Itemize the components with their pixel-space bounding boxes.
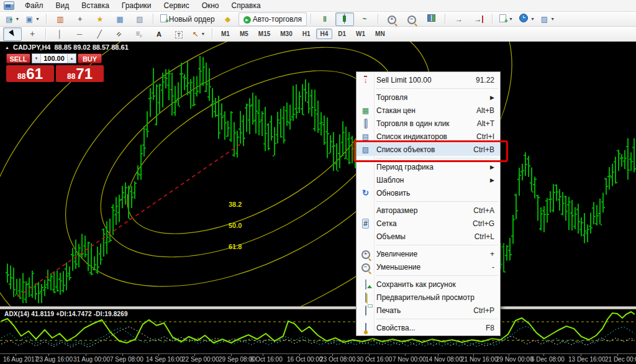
context-menu-item-print-preview[interactable]: Предварительный просмотр [357, 291, 500, 304]
toolbar-chart-candles-button[interactable] [335, 12, 354, 26]
context-menu-item-zoom-in[interactable]: +Увеличение+ [357, 247, 500, 260]
zoom-in-icon: + [388, 14, 396, 24]
toolbar-market-watch-button[interactable]: ▥ [51, 12, 70, 26]
toolbar-periods-button[interactable]: ▼ [517, 12, 537, 26]
menu-window[interactable]: Окно [196, 0, 225, 11]
buy-button[interactable]: BUY [78, 53, 102, 63]
toolbar-vertical-line-button[interactable]: │ [50, 27, 69, 41]
sell-button[interactable]: SELL [6, 53, 30, 63]
timeframe-m15-button[interactable]: M15 [254, 29, 275, 39]
toolbar-cursor-button[interactable] [3, 27, 22, 41]
collapse-arrow-icon[interactable]: ▲ [5, 45, 9, 50]
indicators-icon: + [499, 14, 506, 24]
context-menu-shortcut: Alt+T [477, 119, 494, 128]
time-axis-label: 21 Dec 00:00 [605, 356, 636, 363]
bid-quote[interactable]: 88 61 [6, 65, 54, 82]
volume-up-button[interactable]: ▲ [67, 54, 76, 63]
toolbar-horizontal-line-button[interactable]: ─ [70, 27, 89, 41]
print-preview-icon [365, 293, 366, 302]
menu-help[interactable]: Справка [225, 0, 267, 11]
toolbar-equidistant-channel-button[interactable]: = [110, 27, 129, 41]
toolbar-text-label-button[interactable]: T [170, 27, 188, 41]
vertical-line-icon: │ [57, 30, 62, 39]
toolbar-text-button[interactable]: A [150, 27, 168, 41]
timeframe-m1-button[interactable]: M1 [217, 29, 234, 39]
context-menu-item-volumes[interactable]: ОбъемыCtrl+L [357, 230, 500, 243]
chart-bars-icon: ‖ [323, 15, 327, 24]
toolbar-new-chart-button[interactable]: ▤+▼ [3, 12, 22, 26]
context-menu-item-refresh[interactable]: ↻Обновить [357, 186, 500, 199]
context-menu-label: Торговля [376, 93, 483, 102]
timeframe-d1-button[interactable]: D1 [334, 29, 350, 39]
context-menu-item-save-as-picture[interactable]: Сохранить как рисунок [357, 278, 500, 291]
toolbar-zoom-in-button[interactable]: + [383, 12, 401, 26]
toolbar-arrows-button[interactable]: ↖▼ [189, 27, 208, 41]
context-menu-item-autosize[interactable]: АвторазмерCtrl+A [357, 204, 500, 217]
toolbar-chart-bars-button[interactable]: ‖ [316, 12, 334, 26]
chart-title: ▲ CADJPY,H4 88.85 89.02 88.57 88.61 [5, 43, 129, 51]
context-menu-item-trade[interactable]: Торговля▶ [357, 91, 500, 104]
toolbar-zoom-out-button[interactable]: − [402, 12, 421, 26]
time-axis[interactable]: 16 Aug 201723 Aug 16:0031 Aug 00:007 Sep… [0, 353, 636, 364]
context-menu-separator [376, 158, 498, 158]
toolbar-data-window-button[interactable]: + [71, 12, 89, 26]
toolbar-indicators-button[interactable]: +▼ [497, 12, 516, 26]
toolbar-templates-button[interactable]: ▨▼ [538, 12, 557, 26]
toolbar-chart-line-button[interactable]: ~ [355, 12, 374, 26]
chart-shift-icon: → [474, 15, 483, 24]
volume-value[interactable]: 100.00 [41, 54, 67, 63]
toolbar-new-order-button[interactable]: +Новый ордер [158, 12, 217, 26]
ask-quote[interactable]: 88 71 [56, 65, 104, 82]
menu-file[interactable]: Файл [19, 0, 50, 11]
context-menu-item-properties[interactable]: Свойства...F8 [357, 321, 500, 334]
ask-big-figure: 88 [67, 73, 75, 81]
timeframe-h1-button[interactable]: H1 [298, 29, 315, 39]
context-menu-item-sell-limit[interactable]: ↓Sell Limit 100.0091.22 [357, 73, 500, 86]
toolbar-trendline-button[interactable]: ╱ [90, 27, 109, 41]
timeframe-m30-button[interactable]: M30 [276, 29, 296, 39]
timeframe-m5-button[interactable]: M5 [235, 29, 253, 39]
bid-pips: 61 [26, 67, 43, 81]
time-axis-label: 14 Sep 16:00 [146, 356, 183, 363]
arrows-icon: ↖ [193, 30, 199, 39]
app-icon [4, 1, 14, 10]
context-menu-item-grid[interactable]: #СеткаCtrl+G [357, 217, 500, 230]
toolbar-tile-windows-button[interactable] [422, 12, 441, 26]
context-menu-label: Уменьшение [376, 263, 484, 271]
timeframe-h4-button[interactable]: H4 [316, 29, 333, 39]
timeframe-w1-button[interactable]: W1 [352, 29, 370, 39]
menu-insert[interactable]: Вставка [75, 0, 116, 11]
toolbar-terminal-button[interactable]: ▦ [111, 12, 129, 26]
toolbar-chart-shift-button[interactable]: → [470, 12, 488, 26]
checked-icon-frame [364, 119, 368, 129]
context-menu-shortcut: Ctrl+P [473, 306, 494, 315]
menu-view[interactable]: Вид [50, 0, 76, 11]
menu-charts[interactable]: Графики [116, 0, 158, 11]
toolbar-profiles-button[interactable]: ▣▼ [24, 12, 42, 26]
context-menu: ↓Sell Limit 100.0091.22Торговля▶▦Стакан … [356, 71, 501, 336]
ask-pips: 71 [76, 67, 93, 81]
context-menu-item-zoom-out[interactable]: −Уменьшение- [357, 260, 500, 273]
time-axis-label: 23 Aug 16:00 [36, 356, 73, 363]
context-menu-label: Sell Limit 100.00 [376, 76, 468, 84]
menu-tools[interactable]: Сервис [158, 0, 196, 11]
context-menu-item-chart-period[interactable]: Период графика▶ [357, 160, 500, 173]
toolbar-autotrading-button[interactable]: ▶Авто-торговля [238, 12, 307, 26]
context-menu-label: Сохранить как рисунок [376, 280, 494, 289]
context-menu-item-depth-of-market[interactable]: ▦Стакан ценAlt+B [357, 104, 500, 117]
volume-down-button[interactable]: ▼ [32, 54, 41, 63]
context-menu-item-one-click-trading[interactable]: Торговля в один кликAlt+T [357, 117, 500, 130]
toolbar-fibonacci-retracement-button[interactable]: ≡F [130, 27, 148, 41]
volume-stepper: ▼ 100.00 ▲ [32, 53, 76, 63]
toolbar-navigator-button[interactable]: ★ [91, 12, 109, 26]
context-menu-item-print[interactable]: ПечатьCtrl+P [357, 304, 500, 317]
timeframe-mn-button[interactable]: MN [371, 29, 389, 39]
toolbar-metaeditor-button[interactable]: ◆ [219, 12, 237, 26]
toolbar-strategy-tester-button[interactable]: ▧ [130, 12, 149, 26]
refresh-icon: ↻ [362, 189, 369, 198]
toolbar-crosshair-button[interactable]: + [23, 27, 42, 41]
context-menu-item-objects-list[interactable]: ▨Список объектовCtrl+B [357, 143, 500, 156]
context-menu-item-indicators-list[interactable]: ▤Список индикаторовCtrl+I [357, 130, 500, 143]
toolbar-auto-scroll-button[interactable]: → [450, 12, 468, 26]
context-menu-item-template[interactable]: Шаблон▶ [357, 173, 500, 186]
